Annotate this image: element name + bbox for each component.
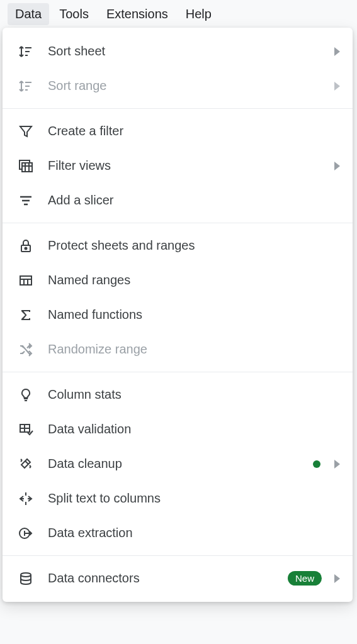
sort-sheet-icon <box>18 43 34 60</box>
menu-item-column-stats[interactable]: Column stats <box>3 377 353 412</box>
database-icon <box>18 570 34 587</box>
menubar-item-help[interactable]: Help <box>178 3 219 25</box>
menu-item-label: Data connectors <box>48 571 288 586</box>
extraction-icon <box>18 525 34 541</box>
menu-item-label: Data validation <box>48 422 340 436</box>
filter-views-icon <box>18 158 34 174</box>
validation-icon <box>18 421 34 438</box>
chevron-right-icon <box>334 47 340 56</box>
menu-item-label: Create a filter <box>48 124 340 138</box>
svg-point-15 <box>25 247 27 249</box>
new-badge: New <box>288 571 322 586</box>
menu-item-randomize-range: Randomize range <box>3 332 353 367</box>
menu-item-label: Split text to columns <box>48 491 340 506</box>
slicer-icon <box>18 192 34 209</box>
menu-item-named-ranges[interactable]: Named ranges <box>3 263 353 297</box>
menu-separator <box>3 372 353 372</box>
menu-item-data-connectors[interactable]: Data connectors New <box>3 561 353 596</box>
chevron-right-icon <box>334 162 340 170</box>
menubar-item-extensions[interactable]: Extensions <box>99 3 176 25</box>
chevron-right-icon <box>334 574 340 583</box>
menu-item-split-text[interactable]: Split text to columns <box>3 481 353 516</box>
menubar: Data Tools Extensions Help <box>0 0 357 28</box>
menu-item-named-functions[interactable]: Named functions <box>3 297 353 332</box>
sigma-icon <box>18 307 34 323</box>
menu-item-create-filter[interactable]: Create a filter <box>3 114 353 148</box>
named-ranges-icon <box>18 272 34 289</box>
svg-rect-7 <box>22 163 32 172</box>
menu-item-protect-sheets[interactable]: Protect sheets and ranges <box>3 228 353 263</box>
filter-icon <box>18 123 34 140</box>
menu-item-label: Data extraction <box>48 526 340 540</box>
randomize-icon <box>18 341 34 358</box>
menu-separator <box>3 223 353 223</box>
menu-item-data-cleanup[interactable]: Data cleanup <box>3 447 353 481</box>
menu-item-label: Named functions <box>48 308 340 322</box>
menu-item-data-extraction[interactable]: Data extraction <box>3 516 353 550</box>
menubar-item-data[interactable]: Data <box>8 3 49 25</box>
menubar-item-tools[interactable]: Tools <box>52 3 96 25</box>
lock-icon <box>18 238 34 254</box>
menu-item-label: Sort range <box>48 79 329 93</box>
menu-item-data-validation[interactable]: Data validation <box>3 412 353 447</box>
menu-item-filter-views[interactable]: Filter views <box>3 148 353 183</box>
menu-item-label: Column stats <box>48 387 340 402</box>
bulb-icon <box>18 387 34 403</box>
svg-point-29 <box>21 573 31 577</box>
svg-line-23 <box>25 461 28 464</box>
menu-item-label: Filter views <box>48 158 329 173</box>
menu-item-label: Add a slicer <box>48 193 340 208</box>
chevron-right-icon <box>334 82 340 91</box>
menu-item-label: Randomize range <box>48 342 340 357</box>
split-icon <box>18 491 34 507</box>
menu-item-sort-sheet[interactable]: Sort sheet <box>3 34 353 69</box>
menu-item-label: Data cleanup <box>48 457 313 471</box>
sort-range-icon <box>18 78 34 94</box>
menu-item-label: Protect sheets and ranges <box>48 238 340 253</box>
data-dropdown-menu: Sort sheet Sort range Create a filter <box>3 28 353 602</box>
menu-separator <box>3 555 353 556</box>
green-dot-indicator <box>313 460 320 468</box>
menu-item-label: Sort sheet <box>48 44 329 58</box>
menu-item-add-slicer[interactable]: Add a slicer <box>3 183 353 218</box>
chevron-right-icon <box>334 460 340 469</box>
menu-item-label: Named ranges <box>48 273 340 287</box>
menu-separator <box>3 108 353 109</box>
menu-item-sort-range: Sort range <box>3 69 353 103</box>
cleanup-icon <box>18 456 34 472</box>
svg-rect-16 <box>20 276 31 285</box>
